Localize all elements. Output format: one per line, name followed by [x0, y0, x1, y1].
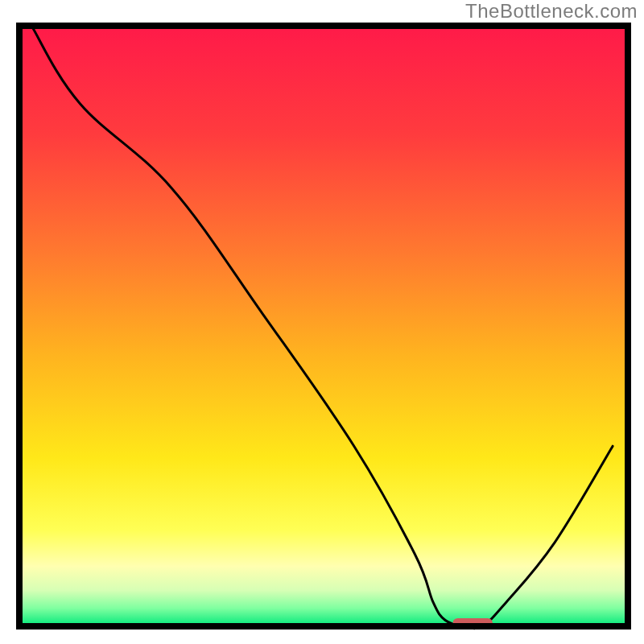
attribution-label: TheBottleneck.com — [465, 0, 638, 23]
chart-svg — [0, 0, 644, 644]
bottleneck-chart: TheBottleneck.com — [0, 0, 644, 644]
plot-background — [19, 26, 628, 626]
